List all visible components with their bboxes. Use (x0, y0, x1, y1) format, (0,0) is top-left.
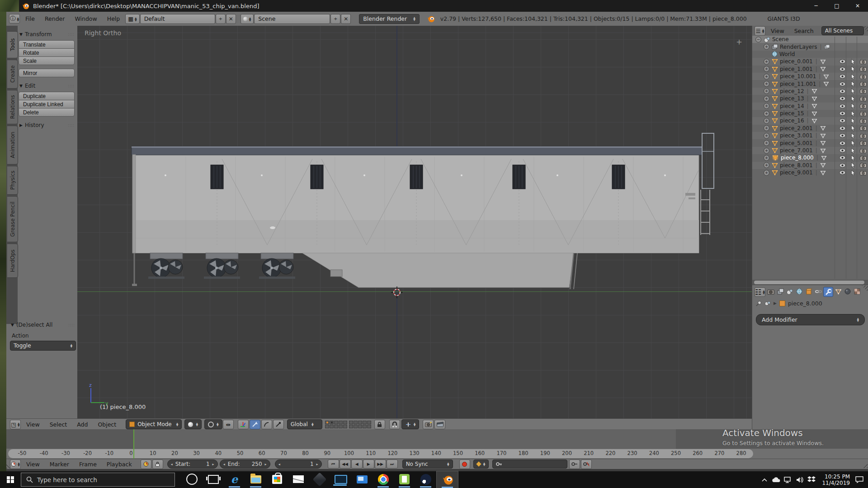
editor-type-info-icon[interactable]: ⓘ▲▼ (9, 14, 20, 23)
renderability-camera-icon[interactable] (858, 118, 868, 123)
tool-tab-tools[interactable]: Tools (7, 31, 18, 58)
open-sidebar-plus-icon[interactable]: ＋ (735, 36, 744, 48)
delete-keyframe-icon[interactable] (581, 460, 592, 469)
outliner-row[interactable]: +piece_10.001| (752, 73, 868, 80)
outliner-menu-search[interactable]: Search (789, 28, 819, 34)
lock-frame-icon[interactable] (152, 460, 163, 469)
renderability-camera-icon[interactable] (858, 126, 868, 131)
timeline-menu-playback[interactable]: Playback (102, 461, 137, 468)
tool-tab-grease-pencil[interactable]: Grease Pencil (7, 196, 18, 242)
layer-cell[interactable] (367, 421, 371, 424)
outliner-row[interactable]: +piece_12| (752, 88, 868, 95)
translate-manipulator-axis-icon[interactable] (238, 420, 249, 429)
start-button[interactable] (0, 471, 21, 488)
layer-cell[interactable] (363, 421, 367, 424)
delete-button[interactable]: Delete (19, 108, 75, 117)
editor-type-3dview-icon[interactable]: ◳▲▼ (10, 420, 21, 429)
layer-cell[interactable] (339, 425, 343, 428)
outliner-scrollbar[interactable] (752, 280, 868, 285)
taskbar-clock[interactable]: 10:25 PM 11/4/2019 (822, 474, 850, 486)
outliner-display-select[interactable]: All Scenes (821, 26, 864, 35)
scale-button[interactable]: Scale (19, 56, 75, 65)
duplicate-button[interactable]: Duplicate (19, 92, 75, 100)
renderability-camera-icon[interactable] (858, 89, 868, 94)
delete-layout-button[interactable]: ✕ (226, 14, 236, 24)
panel-header-history[interactable]: ▶History:::: (19, 122, 75, 128)
expand-toggle-icon[interactable]: + (764, 81, 769, 87)
expand-toggle-icon[interactable]: + (764, 155, 769, 161)
outliner-row[interactable]: +piece_3.001| (752, 132, 868, 139)
translate-arrow-icon[interactable] (250, 420, 260, 429)
duplicate-linked-button[interactable]: Duplicate Linked (19, 100, 75, 108)
network-icon[interactable] (782, 471, 794, 488)
delete-scene-button[interactable]: ✕ (341, 14, 351, 24)
tool-tab-physics[interactable]: Physics (7, 166, 18, 195)
outliner-row[interactable]: +piece_11.001| (752, 80, 868, 87)
current-frame-line[interactable] (133, 429, 134, 459)
properties-tab-object-data[interactable] (834, 287, 843, 296)
outliner-item-label[interactable]: piece_3.001 (780, 132, 813, 139)
renderability-camera-icon[interactable] (858, 74, 868, 79)
outliner-item-label[interactable]: piece_8.000 (781, 155, 814, 161)
outliner-row[interactable]: +piece_7.001| (752, 147, 868, 154)
outliner-row[interactable]: +piece_0.001| (752, 58, 868, 65)
properties-tab-render-layers[interactable] (776, 287, 785, 296)
timeline-ruler[interactable]: -50-40-30-20-100102030405060708090100110… (6, 449, 868, 459)
action-select[interactable]: Toggle▲▼ (10, 341, 76, 351)
viewport-3d[interactable]: Right Ortho ＋ z y (1) piece_8.000 (77, 26, 752, 418)
layer-cell[interactable] (349, 425, 353, 428)
outliner-row[interactable]: +piece_9.001| (752, 169, 868, 176)
screen-layout-field[interactable]: Default (140, 14, 215, 24)
renderability-camera-icon[interactable] (858, 111, 868, 116)
keying-set-type-select[interactable]: ▲▼ (473, 460, 489, 469)
editor-type-properties-icon[interactable]: ☷▲▼ (755, 287, 765, 297)
mode-select[interactable]: Object Mode▲▼ (126, 419, 182, 429)
outliner-item-label[interactable]: piece_14 (780, 103, 804, 109)
add-modifier-button[interactable]: Add Modifier ▲▼ (756, 314, 865, 325)
panel-header-transform[interactable]: ▼Transform:::: (19, 31, 75, 38)
timeline-menu-frame[interactable]: Frame (74, 461, 102, 468)
outliner-row[interactable]: +piece_13| (752, 95, 868, 102)
outliner-row[interactable]: World (752, 51, 868, 58)
lock-to-scene-icon[interactable] (374, 420, 385, 429)
renderability-camera-icon[interactable] (858, 66, 868, 71)
taskbar-giants-editor-icon[interactable] (309, 471, 330, 488)
expand-toggle-icon[interactable]: + (764, 118, 769, 124)
layer-cell[interactable] (343, 425, 347, 428)
renderability-camera-icon[interactable] (858, 133, 868, 138)
tool-tab-create[interactable]: Create (7, 60, 18, 89)
action-center-icon[interactable] (854, 471, 865, 488)
expand-toggle-icon[interactable]: + (764, 140, 769, 146)
taskbar-cortana-icon[interactable] (181, 471, 203, 488)
panel-header-deselect-all[interactable]: ▼(De)select All:::: (11, 322, 75, 328)
viewport-menu-add[interactable]: Add (72, 421, 93, 428)
expand-toggle-icon[interactable]: + (764, 103, 769, 109)
outliner-row[interactable]: +piece_2.001| (752, 125, 868, 132)
outliner-row[interactable]: +piece_14| (752, 103, 868, 110)
outliner-item-label[interactable]: piece_5.001 (780, 140, 813, 146)
jump-to-end-button[interactable]: ⏭ (387, 460, 398, 469)
snap-magnet-icon[interactable] (389, 420, 400, 429)
viewport-menu-select[interactable]: Select (45, 421, 72, 428)
render-engine-select[interactable]: Blender Render▲▼ (359, 14, 420, 24)
renderability-camera-icon[interactable] (858, 103, 868, 108)
expand-toggle-icon[interactable]: + (764, 133, 769, 139)
sync-mode-select[interactable]: No Sync▲▼ (402, 460, 453, 469)
expand-toggle-icon[interactable]: + (764, 96, 769, 102)
prev-keyframe-button[interactable]: ◀◀ (340, 460, 351, 469)
expand-toggle-icon[interactable]: − (755, 37, 761, 42)
viewport-menu-view[interactable]: View (21, 421, 45, 428)
layer-cell[interactable] (363, 425, 367, 428)
outliner-row[interactable]: −Scene (752, 36, 868, 43)
minimize-button[interactable]: ─ (806, 0, 826, 12)
shading-select[interactable]: ▲▼ (184, 419, 202, 429)
tool-tab-relations[interactable]: Relations (7, 90, 18, 124)
current-frame-field[interactable]: ◂1▸ (275, 460, 322, 469)
properties-tab-render[interactable] (766, 287, 775, 296)
outliner-row[interactable]: +RenderLayers| (752, 43, 868, 50)
layer-cell[interactable] (343, 421, 347, 424)
taskbar-blender-icon[interactable] (436, 471, 458, 488)
viewport-menu-object[interactable]: Object (93, 421, 121, 428)
insert-keyframe-icon[interactable] (569, 460, 580, 469)
dropbox-icon[interactable] (806, 471, 817, 488)
